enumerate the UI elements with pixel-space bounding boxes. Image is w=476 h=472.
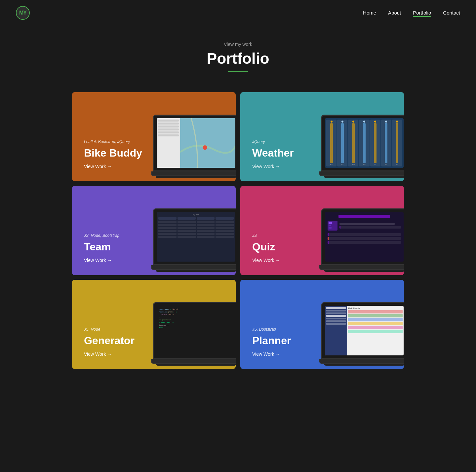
card-planner[interactable]: JS, Bootstrap Planner View Work → xyxy=(240,280,404,369)
card-planner-mockup: Work Schedule xyxy=(321,302,404,366)
card-team-tech: JS, Node, Bootstrap xyxy=(84,233,161,238)
card-planner-tech: JS, Bootstrap xyxy=(252,327,329,332)
card-generator-mockup: const name = 'World'; function greet() {… xyxy=(153,302,236,366)
svg-rect-3 xyxy=(329,222,332,224)
card-planner-title: Planner xyxy=(252,335,329,346)
card-bike-buddy-title: Bike Buddy xyxy=(84,147,161,159)
card-generator-tech: JS, Node xyxy=(84,327,161,332)
card-quiz-link[interactable]: View Work → xyxy=(252,258,280,263)
card-generator[interactable]: JS, Node Generator View Work → const nam… xyxy=(72,280,236,369)
card-team-mockup: My Team xyxy=(153,208,236,272)
card-quiz[interactable]: JS Quiz View Work → xyxy=(240,186,404,275)
navbar: MY Home About Portfolio Contact xyxy=(0,0,476,26)
page-subtitle: View my work xyxy=(0,42,476,47)
card-team-content: JS, Node, Bootstrap Team View Work → xyxy=(84,233,161,263)
card-generator-title: Generator xyxy=(84,335,161,346)
portfolio-grid: Leaflet, Bootstrap, JQuery Bike Buddy Vi… xyxy=(56,83,420,389)
card-bike-buddy-link[interactable]: View Work → xyxy=(84,164,112,169)
logo[interactable]: MY xyxy=(16,6,30,20)
nav-link-home[interactable]: Home xyxy=(363,10,376,16)
card-team-link[interactable]: View Work → xyxy=(84,258,112,263)
nav-link-contact[interactable]: Contact xyxy=(443,10,460,16)
svg-rect-5 xyxy=(329,227,332,229)
card-weather-mockup: Mon Tue Wed Thu Fri Sat Sun xyxy=(321,115,404,178)
card-weather-content: JQuery Weather View Work → xyxy=(252,139,329,169)
svg-point-1 xyxy=(203,145,207,150)
card-planner-link[interactable]: View Work → xyxy=(252,351,280,357)
card-weather[interactable]: JQuery Weather View Work → Mon Tue Wed T… xyxy=(240,92,404,181)
nav-item-about[interactable]: About xyxy=(388,10,401,16)
card-bike-buddy[interactable]: Leaflet, Bootstrap, JQuery Bike Buddy Vi… xyxy=(72,92,236,181)
nav-link-portfolio[interactable]: Portfolio xyxy=(413,10,431,17)
nav-item-portfolio[interactable]: Portfolio xyxy=(413,10,431,16)
card-generator-link[interactable]: View Work → xyxy=(84,351,112,357)
card-quiz-content: JS Quiz View Work → xyxy=(252,233,329,263)
nav-link-about[interactable]: About xyxy=(388,10,401,16)
card-quiz-tech: JS xyxy=(252,233,329,238)
card-weather-tech: JQuery xyxy=(252,139,329,144)
card-quiz-title: Quiz xyxy=(252,241,329,253)
card-bike-buddy-mockup xyxy=(153,115,236,178)
card-generator-content: JS, Node Generator View Work → xyxy=(84,327,161,357)
card-bike-buddy-content: Leaflet, Bootstrap, JQuery Bike Buddy Vi… xyxy=(84,139,161,169)
svg-rect-4 xyxy=(329,225,331,226)
header-underline xyxy=(228,71,248,72)
nav-links: Home About Portfolio Contact xyxy=(363,10,460,16)
card-weather-title: Weather xyxy=(252,147,329,159)
svg-rect-0 xyxy=(180,118,235,168)
page-header: View my work Portfolio xyxy=(0,26,476,83)
card-quiz-mockup xyxy=(321,208,404,272)
card-team[interactable]: JS, Node, Bootstrap Team View Work → My … xyxy=(72,186,236,275)
card-weather-link[interactable]: View Work → xyxy=(252,164,280,169)
card-planner-content: JS, Bootstrap Planner View Work → xyxy=(252,327,329,357)
card-team-title: Team xyxy=(84,241,161,253)
card-bike-buddy-tech: Leaflet, Bootstrap, JQuery xyxy=(84,139,161,144)
nav-item-contact[interactable]: Contact xyxy=(443,10,460,16)
nav-item-home[interactable]: Home xyxy=(363,10,376,16)
page-title: Portfolio xyxy=(0,50,476,67)
